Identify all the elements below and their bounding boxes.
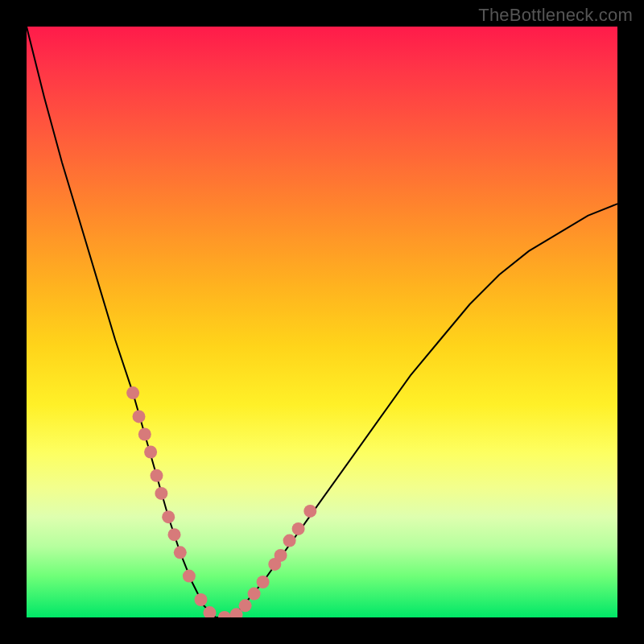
chart-frame: TheBottleneck.com xyxy=(0,0,644,644)
data-point-marker xyxy=(126,386,139,399)
data-point-marker xyxy=(174,546,187,559)
data-point-marker xyxy=(183,570,196,583)
data-point-marker xyxy=(292,522,305,535)
plot-area xyxy=(27,27,617,617)
data-point-marker xyxy=(133,410,146,423)
data-point-marker xyxy=(283,535,296,547)
data-point-marker xyxy=(138,428,151,441)
bottleneck-curve xyxy=(27,27,617,617)
watermark-text: TheBottleneck.com xyxy=(478,5,633,26)
data-point-marker xyxy=(239,599,252,612)
curve-svg xyxy=(27,27,617,617)
data-point-marker xyxy=(303,505,316,518)
curve-markers xyxy=(126,386,316,617)
data-point-marker xyxy=(168,528,181,541)
data-point-marker xyxy=(151,469,163,482)
data-point-marker xyxy=(144,446,157,459)
data-point-marker xyxy=(218,611,231,617)
data-point-marker xyxy=(275,549,287,562)
data-point-marker xyxy=(162,510,175,523)
data-point-marker xyxy=(257,576,270,588)
data-point-marker xyxy=(195,593,208,606)
data-point-marker xyxy=(155,487,167,500)
data-point-marker xyxy=(248,588,261,601)
